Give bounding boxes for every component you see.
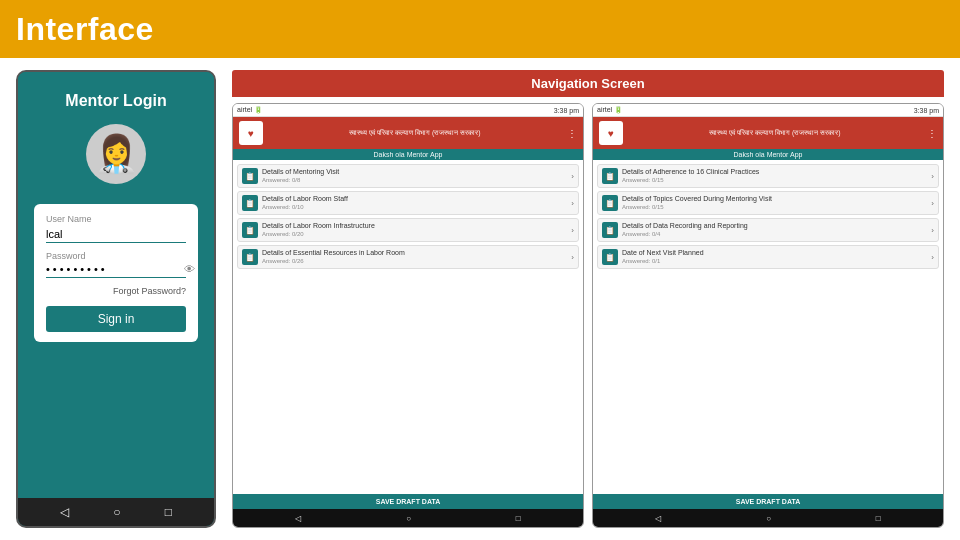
back-btn-2[interactable]: ◁ (655, 514, 661, 523)
username-input[interactable] (46, 226, 186, 243)
mentor-login-title: Mentor Login (65, 92, 166, 110)
login-form: User Name Password 👁 Forgot Password? Si… (34, 204, 198, 342)
menu-dots-1[interactable]: ⋮ (567, 128, 577, 139)
recents-btn-1[interactable]: □ (516, 514, 521, 523)
nurse-icon: 👩‍⚕️ (94, 133, 139, 175)
arrow-icon: › (931, 172, 934, 181)
item-icon: 📋 (602, 249, 618, 265)
login-screen: Mentor Login 👩‍⚕️ User Name Password 👁 F… (18, 72, 214, 498)
item-text: Details of Data Recording and Reporting … (622, 222, 927, 238)
nav-items-list-2: 📋 Details of Adherence to 16 Clinical Pr… (593, 160, 943, 494)
item-text: Details of Adherence to 16 Clinical Prac… (622, 168, 927, 184)
recents-btn-2[interactable]: □ (876, 514, 881, 523)
save-draft-button-1[interactable]: SAVE DRAFT DATA (233, 494, 583, 509)
eye-icon[interactable]: 👁 (184, 263, 195, 275)
recents-button[interactable]: □ (165, 505, 172, 519)
arrow-icon: › (931, 253, 934, 262)
home-btn-2[interactable]: ○ (766, 514, 771, 523)
item-icon: 📋 (242, 168, 258, 184)
phones-row: airtel 🔋 3:38 pm ♥ स्वास्थ्य एवं परिवार … (232, 97, 944, 528)
header: Interface (0, 0, 960, 58)
app-header-2: ♥ स्वास्थ्य एवं परिवार कल्याण विभाग (राज… (593, 117, 943, 149)
sign-in-button[interactable]: Sign in (46, 306, 186, 332)
nav-screen-label: Navigation Screen (232, 70, 944, 97)
password-label: Password (46, 251, 186, 261)
app-title-2: स्वास्थ्य एवं परिवार कल्याण विभाग (राजस्… (627, 128, 923, 137)
status-bar-1: airtel 🔋 3:38 pm (233, 104, 583, 117)
app-header-1: ♥ स्वास्थ्य एवं परिवार कल्याण विभाग (राज… (233, 117, 583, 149)
nav-item[interactable]: 📋 Details of Adherence to 16 Clinical Pr… (597, 164, 939, 188)
password-row: 👁 (46, 261, 186, 278)
app-icon-2: ♥ (599, 121, 623, 145)
nav-item[interactable]: 📋 Details of Essential Resources in Labo… (237, 245, 579, 269)
nav-screens-container: Navigation Screen airtel 🔋 3:38 pm ♥ स्व… (232, 70, 944, 528)
arrow-icon: › (931, 226, 934, 235)
password-input[interactable] (46, 261, 184, 277)
item-icon: 📋 (242, 222, 258, 238)
arrow-icon: › (571, 226, 574, 235)
password-field: Password 👁 (46, 251, 186, 278)
item-icon: 📋 (242, 195, 258, 211)
item-icon: 📋 (602, 195, 618, 211)
app-subtitle-2: Daksh ola Mentor App (593, 149, 943, 160)
app-icon-symbol-2: ♥ (608, 128, 614, 139)
nav-item[interactable]: 📋 Details of Labor Room Infrastructure A… (237, 218, 579, 242)
item-text: Details of Labor Room Staff Answered: 0/… (262, 195, 567, 211)
item-icon: 📋 (242, 249, 258, 265)
app-title-1: स्वास्थ्य एवं परिवार कल्याण विभाग (राजस्… (267, 128, 563, 137)
phone-nav-bar-2: ◁ ○ □ (593, 509, 943, 527)
status-bar-2: airtel 🔋 3:38 pm (593, 104, 943, 117)
phone-nav-bar: ◁ ○ □ (18, 498, 214, 526)
save-draft-button-2[interactable]: SAVE DRAFT DATA (593, 494, 943, 509)
nav-item[interactable]: 📋 Details of Mentoring Visit Answered: 0… (237, 164, 579, 188)
time-1: 3:38 pm (554, 107, 579, 114)
carrier-2: airtel 🔋 (597, 106, 623, 114)
main-content: Mentor Login 👩‍⚕️ User Name Password 👁 F… (0, 58, 960, 540)
app-icon-1: ♥ (239, 121, 263, 145)
login-phone-mockup: Mentor Login 👩‍⚕️ User Name Password 👁 F… (16, 70, 216, 528)
item-icon: 📋 (602, 168, 618, 184)
phone-nav-bar-1: ◁ ○ □ (233, 509, 583, 527)
nav-item[interactable]: 📋 Details of Data Recording and Reportin… (597, 218, 939, 242)
nav-item[interactable]: 📋 Date of Next Visit Planned Answered: 0… (597, 245, 939, 269)
nav-item[interactable]: 📋 Details of Labor Room Staff Answered: … (237, 191, 579, 215)
arrow-icon: › (571, 172, 574, 181)
forgot-password-link[interactable]: Forgot Password? (46, 286, 186, 296)
arrow-icon: › (571, 199, 574, 208)
item-text: Date of Next Visit Planned Answered: 0/1 (622, 249, 927, 265)
item-icon: 📋 (602, 222, 618, 238)
page-title: Interface (16, 11, 154, 48)
item-text: Details of Mentoring Visit Answered: 0/8 (262, 168, 567, 184)
carrier-1: airtel 🔋 (237, 106, 263, 114)
nav-phone-2: airtel 🔋 3:38 pm ♥ स्वास्थ्य एवं परिवार … (592, 103, 944, 528)
nav-phone-1: airtel 🔋 3:38 pm ♥ स्वास्थ्य एवं परिवार … (232, 103, 584, 528)
arrow-icon: › (571, 253, 574, 262)
item-text: Details of Topics Covered During Mentori… (622, 195, 927, 211)
app-subtitle-1: Daksh ola Mentor App (233, 149, 583, 160)
username-label: User Name (46, 214, 186, 224)
username-field: User Name (46, 214, 186, 243)
back-button[interactable]: ◁ (60, 505, 69, 519)
nav-items-list-1: 📋 Details of Mentoring Visit Answered: 0… (233, 160, 583, 494)
app-icon-symbol: ♥ (248, 128, 254, 139)
item-text: Details of Labor Room Infrastructure Ans… (262, 222, 567, 238)
home-button[interactable]: ○ (113, 505, 120, 519)
nav-item[interactable]: 📋 Details of Topics Covered During Mento… (597, 191, 939, 215)
home-btn-1[interactable]: ○ (406, 514, 411, 523)
arrow-icon: › (931, 199, 934, 208)
avatar: 👩‍⚕️ (86, 124, 146, 184)
item-text: Details of Essential Resources in Labor … (262, 249, 567, 265)
time-2: 3:38 pm (914, 107, 939, 114)
menu-dots-2[interactable]: ⋮ (927, 128, 937, 139)
back-btn-1[interactable]: ◁ (295, 514, 301, 523)
